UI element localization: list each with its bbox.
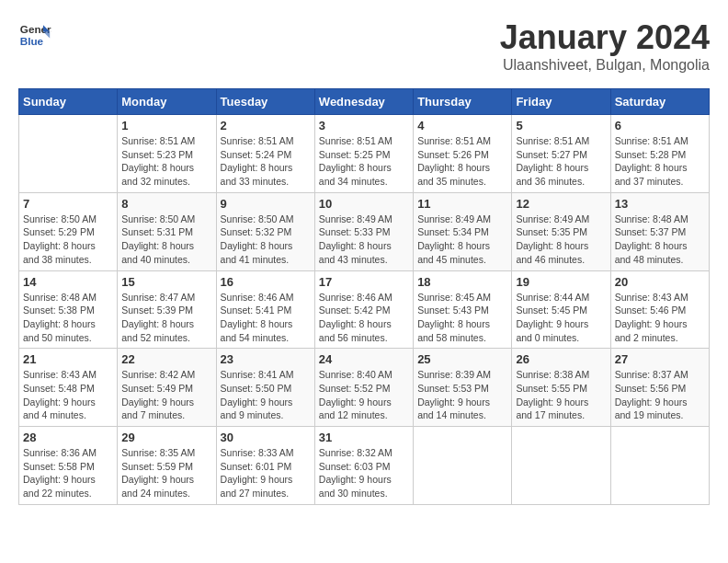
day-info: Sunrise: 8:50 AM Sunset: 5:29 PM Dayligh… bbox=[23, 213, 113, 267]
table-cell: 2Sunrise: 8:51 AM Sunset: 5:24 PM Daylig… bbox=[216, 115, 314, 193]
day-number: 13 bbox=[615, 197, 705, 211]
table-cell: 29Sunrise: 8:35 AM Sunset: 5:59 PM Dayli… bbox=[118, 427, 216, 505]
day-info: Sunrise: 8:43 AM Sunset: 5:46 PM Dayligh… bbox=[615, 291, 705, 345]
day-number: 19 bbox=[516, 275, 606, 289]
day-number: 20 bbox=[615, 275, 705, 289]
day-info: Sunrise: 8:38 AM Sunset: 5:55 PM Dayligh… bbox=[516, 368, 606, 422]
day-number: 1 bbox=[121, 119, 211, 132]
col-friday: Friday bbox=[512, 89, 610, 115]
svg-text:Blue: Blue bbox=[20, 35, 44, 47]
calendar-week-row: 28Sunrise: 8:36 AM Sunset: 5:58 PM Dayli… bbox=[19, 427, 710, 505]
day-number: 9 bbox=[221, 197, 311, 211]
col-sunday: Sunday bbox=[19, 89, 118, 115]
day-number: 7 bbox=[23, 197, 113, 211]
day-info: Sunrise: 8:33 AM Sunset: 6:01 PM Dayligh… bbox=[221, 446, 311, 500]
title-block: January 2024 Ulaanshiveet, Bulgan, Mongo… bbox=[500, 18, 710, 74]
table-cell: 22Sunrise: 8:42 AM Sunset: 5:49 PM Dayli… bbox=[118, 349, 216, 427]
day-info: Sunrise: 8:46 AM Sunset: 5:42 PM Dayligh… bbox=[319, 291, 409, 345]
calendar-title: January 2024 bbox=[500, 18, 710, 57]
day-number: 2 bbox=[221, 119, 311, 132]
day-info: Sunrise: 8:46 AM Sunset: 5:41 PM Dayligh… bbox=[221, 291, 311, 345]
day-number: 10 bbox=[319, 197, 409, 211]
day-number: 31 bbox=[319, 431, 409, 444]
day-number: 30 bbox=[221, 431, 311, 444]
day-info: Sunrise: 8:51 AM Sunset: 5:28 PM Dayligh… bbox=[615, 134, 705, 189]
day-info: Sunrise: 8:49 AM Sunset: 5:35 PM Dayligh… bbox=[516, 213, 606, 267]
logo-icon: General Blue bbox=[18, 18, 51, 52]
col-thursday: Thursday bbox=[414, 89, 512, 115]
table-cell bbox=[19, 115, 118, 193]
table-cell bbox=[414, 427, 512, 505]
table-cell: 19Sunrise: 8:44 AM Sunset: 5:45 PM Dayli… bbox=[512, 270, 610, 349]
table-cell bbox=[610, 427, 709, 505]
table-cell: 1Sunrise: 8:51 AM Sunset: 5:23 PM Daylig… bbox=[118, 115, 216, 193]
day-number: 11 bbox=[417, 197, 507, 211]
day-number: 25 bbox=[417, 352, 507, 366]
day-info: Sunrise: 8:35 AM Sunset: 5:59 PM Dayligh… bbox=[121, 446, 211, 500]
calendar-table: Sunday Monday Tuesday Wednesday Thursday… bbox=[18, 88, 710, 505]
table-cell: 20Sunrise: 8:43 AM Sunset: 5:46 PM Dayli… bbox=[610, 270, 709, 349]
table-cell: 13Sunrise: 8:48 AM Sunset: 5:37 PM Dayli… bbox=[610, 192, 709, 270]
day-number: 12 bbox=[516, 197, 606, 211]
day-info: Sunrise: 8:41 AM Sunset: 5:50 PM Dayligh… bbox=[221, 368, 311, 422]
table-cell: 26Sunrise: 8:38 AM Sunset: 5:55 PM Dayli… bbox=[512, 349, 610, 427]
table-cell: 14Sunrise: 8:48 AM Sunset: 5:38 PM Dayli… bbox=[19, 270, 118, 349]
table-cell: 3Sunrise: 8:51 AM Sunset: 5:25 PM Daylig… bbox=[314, 115, 413, 193]
day-number: 17 bbox=[319, 275, 409, 289]
table-cell: 4Sunrise: 8:51 AM Sunset: 5:26 PM Daylig… bbox=[414, 115, 512, 193]
table-cell: 11Sunrise: 8:49 AM Sunset: 5:34 PM Dayli… bbox=[414, 192, 512, 270]
table-cell: 21Sunrise: 8:43 AM Sunset: 5:48 PM Dayli… bbox=[19, 349, 118, 427]
table-cell: 28Sunrise: 8:36 AM Sunset: 5:58 PM Dayli… bbox=[19, 427, 118, 505]
day-number: 27 bbox=[615, 352, 705, 366]
day-info: Sunrise: 8:37 AM Sunset: 5:56 PM Dayligh… bbox=[615, 368, 705, 422]
col-saturday: Saturday bbox=[610, 89, 709, 115]
day-info: Sunrise: 8:48 AM Sunset: 5:37 PM Dayligh… bbox=[615, 213, 705, 267]
calendar-week-row: 1Sunrise: 8:51 AM Sunset: 5:23 PM Daylig… bbox=[19, 115, 710, 193]
header-row: Sunday Monday Tuesday Wednesday Thursday… bbox=[19, 89, 710, 115]
day-info: Sunrise: 8:47 AM Sunset: 5:39 PM Dayligh… bbox=[121, 291, 211, 345]
day-info: Sunrise: 8:50 AM Sunset: 5:32 PM Dayligh… bbox=[221, 213, 311, 267]
table-cell: 16Sunrise: 8:46 AM Sunset: 5:41 PM Dayli… bbox=[216, 270, 314, 349]
table-cell: 6Sunrise: 8:51 AM Sunset: 5:28 PM Daylig… bbox=[610, 115, 709, 193]
day-number: 21 bbox=[23, 352, 113, 366]
calendar-body: 1Sunrise: 8:51 AM Sunset: 5:23 PM Daylig… bbox=[19, 115, 710, 505]
calendar-week-row: 7Sunrise: 8:50 AM Sunset: 5:29 PM Daylig… bbox=[19, 192, 710, 270]
col-monday: Monday bbox=[118, 89, 216, 115]
day-info: Sunrise: 8:48 AM Sunset: 5:38 PM Dayligh… bbox=[23, 291, 113, 345]
day-info: Sunrise: 8:43 AM Sunset: 5:48 PM Dayligh… bbox=[23, 368, 113, 422]
table-cell: 23Sunrise: 8:41 AM Sunset: 5:50 PM Dayli… bbox=[216, 349, 314, 427]
col-wednesday: Wednesday bbox=[314, 89, 413, 115]
day-number: 16 bbox=[221, 275, 311, 289]
table-cell: 18Sunrise: 8:45 AM Sunset: 5:43 PM Dayli… bbox=[414, 270, 512, 349]
day-info: Sunrise: 8:51 AM Sunset: 5:26 PM Dayligh… bbox=[417, 134, 507, 189]
day-number: 15 bbox=[121, 275, 211, 289]
table-cell: 27Sunrise: 8:37 AM Sunset: 5:56 PM Dayli… bbox=[610, 349, 709, 427]
day-number: 4 bbox=[417, 119, 507, 132]
page-header: General Blue January 2024 Ulaanshiveet, … bbox=[18, 18, 710, 74]
day-info: Sunrise: 8:49 AM Sunset: 5:33 PM Dayligh… bbox=[319, 213, 409, 267]
day-number: 6 bbox=[615, 119, 705, 132]
table-cell: 17Sunrise: 8:46 AM Sunset: 5:42 PM Dayli… bbox=[314, 270, 413, 349]
day-info: Sunrise: 8:45 AM Sunset: 5:43 PM Dayligh… bbox=[417, 291, 507, 345]
table-cell: 5Sunrise: 8:51 AM Sunset: 5:27 PM Daylig… bbox=[512, 115, 610, 193]
calendar-week-row: 21Sunrise: 8:43 AM Sunset: 5:48 PM Dayli… bbox=[19, 349, 710, 427]
table-cell: 12Sunrise: 8:49 AM Sunset: 5:35 PM Dayli… bbox=[512, 192, 610, 270]
day-info: Sunrise: 8:42 AM Sunset: 5:49 PM Dayligh… bbox=[121, 368, 211, 422]
day-number: 18 bbox=[417, 275, 507, 289]
calendar-header: Sunday Monday Tuesday Wednesday Thursday… bbox=[19, 89, 710, 115]
table-cell: 10Sunrise: 8:49 AM Sunset: 5:33 PM Dayli… bbox=[314, 192, 413, 270]
table-cell: 30Sunrise: 8:33 AM Sunset: 6:01 PM Dayli… bbox=[216, 427, 314, 505]
table-cell: 24Sunrise: 8:40 AM Sunset: 5:52 PM Dayli… bbox=[314, 349, 413, 427]
table-cell: 31Sunrise: 8:32 AM Sunset: 6:03 PM Dayli… bbox=[314, 427, 413, 505]
table-cell: 8Sunrise: 8:50 AM Sunset: 5:31 PM Daylig… bbox=[118, 192, 216, 270]
day-number: 23 bbox=[221, 352, 311, 366]
day-info: Sunrise: 8:44 AM Sunset: 5:45 PM Dayligh… bbox=[516, 291, 606, 345]
day-number: 29 bbox=[121, 431, 211, 444]
table-cell: 25Sunrise: 8:39 AM Sunset: 5:53 PM Dayli… bbox=[414, 349, 512, 427]
day-number: 24 bbox=[319, 352, 409, 366]
table-cell: 15Sunrise: 8:47 AM Sunset: 5:39 PM Dayli… bbox=[118, 270, 216, 349]
table-cell bbox=[512, 427, 610, 505]
day-number: 28 bbox=[23, 431, 113, 444]
calendar-week-row: 14Sunrise: 8:48 AM Sunset: 5:38 PM Dayli… bbox=[19, 270, 710, 349]
day-info: Sunrise: 8:51 AM Sunset: 5:23 PM Dayligh… bbox=[121, 134, 211, 189]
